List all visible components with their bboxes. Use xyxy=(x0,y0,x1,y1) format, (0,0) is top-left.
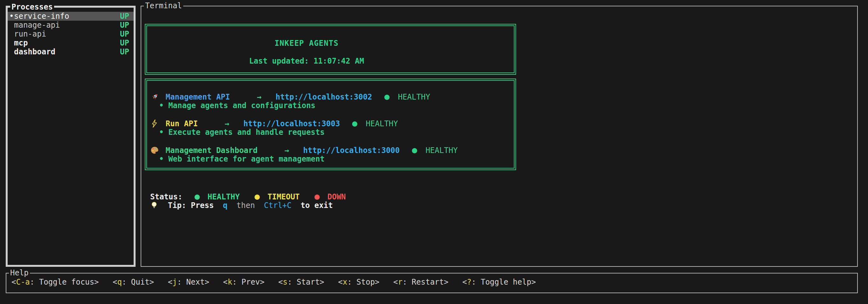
service-health-label: HEALTHY xyxy=(426,146,458,155)
arrow-icon: → xyxy=(257,93,261,101)
shortcut-toggle-focus: <C-a: Toggle focus> xyxy=(11,278,99,286)
shortcut-restart: <r: Restart> xyxy=(393,278,448,286)
service-health-label: HEALTHY xyxy=(366,119,398,128)
tip-prefix: Tip: Press xyxy=(168,201,214,210)
service-row-management-dashboard: Management Dashboard → http://localhost:… xyxy=(151,146,514,155)
tip-line: Tip: Press q then Ctrl+C to exit xyxy=(150,201,333,210)
tip-suffix: to exit xyxy=(301,201,333,210)
shortcut-label: : Toggle focus> xyxy=(30,278,99,286)
down-dot-icon: ● xyxy=(314,192,319,201)
spacer xyxy=(151,137,514,146)
banner-heading: INKEEP AGENTS xyxy=(147,39,466,48)
tip-middle: then xyxy=(237,201,255,210)
shortcut-key: k xyxy=(228,278,232,286)
service-health-label: HEALTHY xyxy=(398,93,430,101)
selected-bullet: • xyxy=(9,12,14,21)
terminal-panel-title: Terminal xyxy=(144,1,183,10)
app-screen: Processes • service-info UP manage-api U… xyxy=(0,0,868,304)
service-url[interactable]: http://localhost:3002 xyxy=(276,93,372,101)
service-url[interactable]: http://localhost:3003 xyxy=(243,119,340,128)
banner-box: INKEEP AGENTS Last updated: 11:07:42 AM xyxy=(145,24,516,75)
shortcut-key: C-a xyxy=(16,278,30,286)
arrow-icon: → xyxy=(225,119,229,128)
help-panel: Help <C-a: Toggle focus> <q: Quit> <j: N… xyxy=(6,273,858,293)
timeout-legend-label: TIMEOUT xyxy=(268,192,300,201)
status-legend-label: Status: xyxy=(150,192,182,201)
help-panel-title: Help xyxy=(9,268,30,277)
process-name: dashboard xyxy=(14,47,120,56)
shortcut-quit: <q: Quit> xyxy=(113,278,154,286)
services-box: Management API → http://localhost:3002 ●… xyxy=(145,78,516,170)
palette-icon xyxy=(151,146,159,155)
service-description: • Web interface for agent management xyxy=(159,155,514,164)
tip-quit-key: q xyxy=(223,201,227,210)
shortcut-prev: <k: Prev> xyxy=(223,278,265,286)
shortcut-start: <s: Start> xyxy=(278,278,324,286)
shortcut-key: s xyxy=(283,278,287,286)
service-row-run-api: Run API → http://localhost:3003 ● HEALTH… xyxy=(151,119,514,128)
shortcut-label: : Toggle help> xyxy=(471,278,536,286)
status-legend: Status: ● HEALTHY ● TIMEOUT ● DOWN xyxy=(150,192,356,201)
process-row-run-api[interactable]: run-api UP xyxy=(8,30,134,38)
down-legend-label: DOWN xyxy=(328,192,346,201)
process-row-service-info[interactable]: • service-info UP xyxy=(8,12,134,21)
shortcut-key: r xyxy=(398,278,402,286)
spacer xyxy=(151,110,514,119)
service-description: • Manage agents and configurations xyxy=(159,101,514,110)
service-description: • Execute agents and handle requests xyxy=(159,128,514,137)
process-status-badge: UP xyxy=(120,21,129,30)
process-status-badge: UP xyxy=(120,38,129,47)
shortcut-label: : Stop> xyxy=(347,278,379,286)
service-url[interactable]: http://localhost:3000 xyxy=(303,146,400,155)
shortcut-label: : Next> xyxy=(177,278,209,286)
service-name: Management Dashboard xyxy=(165,146,257,155)
shortcut-key: j xyxy=(173,278,177,286)
help-shortcuts: <C-a: Toggle focus> <q: Quit> <j: Next> … xyxy=(6,273,857,286)
shortcut-key: x xyxy=(343,278,347,286)
lightning-icon xyxy=(151,119,159,128)
shortcut-label: : Prev> xyxy=(232,278,265,286)
process-list: • service-info UP manage-api UP run-api … xyxy=(8,8,134,56)
process-row-manage-api[interactable]: manage-api UP xyxy=(8,21,134,30)
process-status-badge: UP xyxy=(120,47,129,56)
healthy-dot-icon: ● xyxy=(195,192,200,201)
shortcut-toggle-help: <?: Toggle help> xyxy=(462,278,536,286)
process-name: mcp xyxy=(14,38,120,47)
shortcut-stop: <x: Stop> xyxy=(338,278,380,286)
process-name: service-info xyxy=(14,12,120,21)
process-status-badge: UP xyxy=(120,12,129,21)
process-status-badge: UP xyxy=(120,30,129,38)
health-dot-icon: ● xyxy=(412,145,417,155)
shortcut-label: : Restart> xyxy=(403,278,448,286)
service-name: Management API xyxy=(165,93,230,101)
shortcut-key: q xyxy=(117,278,122,286)
service-name: Run API xyxy=(165,119,197,128)
arrow-icon: → xyxy=(284,146,289,155)
tip-interrupt-key: Ctrl+C xyxy=(264,201,292,210)
process-name: run-api xyxy=(14,30,120,38)
shortcut-next: <j: Next> xyxy=(168,278,209,286)
process-row-dashboard[interactable]: dashboard UP xyxy=(8,47,134,56)
process-name: manage-api xyxy=(14,21,120,30)
healthy-legend-label: HEALTHY xyxy=(208,192,240,201)
shortcut-label: : Start> xyxy=(287,278,324,286)
process-row-mcp[interactable]: mcp UP xyxy=(8,38,134,47)
processes-panel-title: Processes xyxy=(10,3,54,11)
processes-panel: Processes • service-info UP manage-api U… xyxy=(6,6,135,267)
banner-last-updated: Last updated: 11:07:42 AM xyxy=(147,57,466,66)
bulb-icon xyxy=(150,201,158,209)
shortcut-label: : Quit> xyxy=(122,278,154,286)
terminal-panel: Terminal INKEEP AGENTS Last updated: 11:… xyxy=(141,6,858,267)
service-row-management-api: Management API → http://localhost:3002 ●… xyxy=(151,92,514,101)
health-dot-icon: ● xyxy=(384,92,390,101)
rocket-icon xyxy=(151,93,159,101)
health-dot-icon: ● xyxy=(352,118,357,128)
timeout-dot-icon: ● xyxy=(254,192,260,201)
shortcut-key: ? xyxy=(467,278,471,286)
